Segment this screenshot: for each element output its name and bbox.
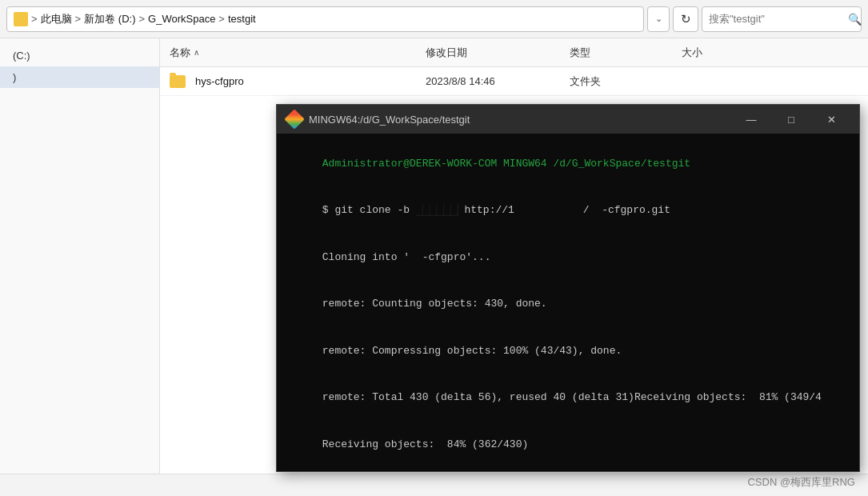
breadcrumb-sep-1: > [31, 13, 38, 25]
terminal-titlebar: MINGW64:/d/G_WorkSpace/testgit — □ ✕ [277, 105, 859, 134]
terminal-title: MINGW64:/d/G_WorkSpace/testgit [309, 114, 726, 126]
watermark: CSDN @梅西库里RNG [747, 475, 855, 490]
file-table-header: 名称 ∧ 修改日期 类型 大小 [160, 38, 868, 67]
terminal-line-1: Administrator@DEREK-WORK-COM MINGW64 /d/… [285, 140, 851, 187]
column-size: 大小 [682, 46, 762, 60]
file-type: 文件夹 [570, 74, 682, 89]
breadcrumb-sep-3: > [138, 13, 145, 25]
terminal-line-2: $ git clone -b ██████ http://1██ ██ ██ █… [285, 187, 851, 234]
sidebar-item-c[interactable]: (C:) [0, 45, 159, 66]
file-date: 2023/8/8 14:46 [426, 75, 570, 87]
table-row[interactable]: hys-cfgpro 2023/8/8 14:46 文件夹 [160, 67, 868, 96]
terminal-body[interactable]: Administrator@DEREK-WORK-COM MINGW64 /d/… [277, 134, 859, 471]
column-type: 类型 [570, 46, 682, 60]
breadcrumb-dropdown-btn[interactable]: ⌄ [647, 6, 670, 32]
breadcrumb-area[interactable]: > 此电脑 > 新加卷 (D:) > G_WorkSpace > testgit [6, 6, 644, 32]
git-bash-icon [286, 111, 302, 127]
folder-icon-small [170, 75, 186, 88]
terminal-line-8: Receiving objects: 100% (430/430), 48.18… [285, 468, 851, 472]
search-input[interactable] [709, 13, 843, 25]
search-box[interactable]: 🔍 [702, 6, 862, 32]
terminal-line-7: Receiving objects: 84% (362/430) [285, 421, 851, 468]
breadcrumb-sep-2: > [75, 13, 82, 25]
left-sidebar: (C:) ) [0, 38, 160, 474]
close-button[interactable]: ✕ [813, 106, 850, 132]
terminal-line-4: remote: Counting objects: 430, done. [285, 281, 851, 328]
terminal-line-5: remote: Compressing objects: 100% (43/43… [285, 327, 851, 374]
terminal-line-3: Cloning into '██-cfgpro'... [285, 234, 851, 281]
search-icon[interactable]: 🔍 [848, 13, 862, 26]
breadcrumb-drive[interactable]: 新加卷 (D:) [84, 12, 135, 26]
breadcrumb-testgit[interactable]: testgit [228, 13, 256, 25]
terminal-window[interactable]: MINGW64:/d/G_WorkSpace/testgit — □ ✕ Adm… [276, 104, 860, 472]
file-name-cell: hys-cfgpro [170, 75, 426, 88]
status-bar [0, 474, 868, 496]
minimize-button[interactable]: — [733, 106, 770, 132]
column-name: 名称 ∧ [170, 46, 426, 60]
breadcrumb-此电脑[interactable]: 此电脑 [41, 12, 72, 26]
breadcrumb-sep-4: > [218, 13, 225, 25]
column-date: 修改日期 [426, 46, 570, 60]
sidebar-item-selected[interactable]: ) [0, 66, 159, 88]
folder-icon [14, 12, 28, 26]
window-controls: — □ ✕ [733, 106, 850, 132]
file-name-text: hys-cfgpro [195, 75, 426, 87]
address-bar: > 此电脑 > 新加卷 (D:) > G_WorkSpace > testgit… [0, 0, 868, 38]
breadcrumb-workspace[interactable]: G_WorkSpace [148, 13, 215, 25]
maximize-button[interactable]: □ [773, 106, 810, 132]
refresh-button[interactable]: ↻ [673, 6, 698, 32]
sort-arrow-icon: ∧ [194, 48, 199, 57]
terminal-line-6: remote: Total 430 (delta 56), reused 40 … [285, 374, 851, 422]
